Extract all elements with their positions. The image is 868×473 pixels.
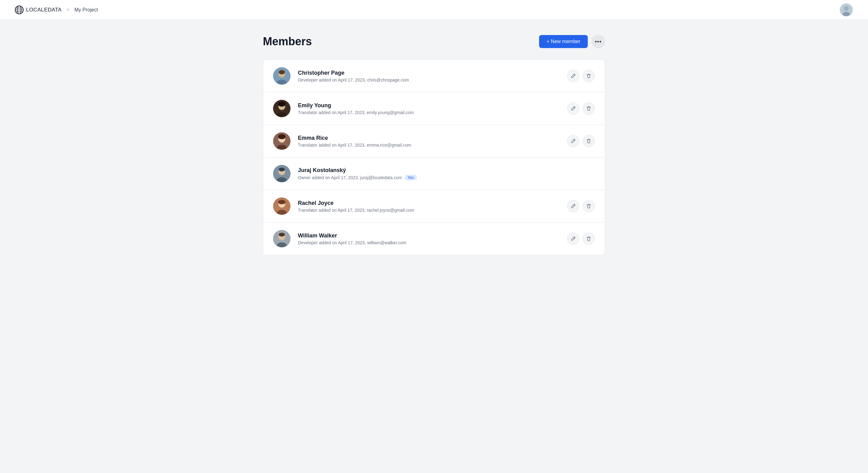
svg-point-13 [279,70,285,74]
header-left: LOCALEDATA > My Project [15,6,98,14]
member-meta-text: Owner added on April 17, 2023, juraj@loc… [298,175,402,180]
member-row: Emma Rice Translator added on April 17, … [263,125,605,157]
member-actions [567,70,595,82]
more-options-button[interactable]: ••• [591,35,605,49]
delete-member-button[interactable] [583,102,595,115]
member-name: Juraj Kostolanský [298,167,567,174]
edit-icon [570,73,576,79]
svg-point-7 [843,12,850,17]
trash-icon [586,73,591,79]
delete-member-button[interactable] [583,135,595,147]
edit-icon [570,236,576,242]
member-actions [567,102,595,115]
member-meta: Developer added on April 17, 2023, chris… [298,77,567,83]
breadcrumb-project[interactable]: My Project [74,7,98,13]
svg-point-8 [844,6,848,10]
member-meta: Translator added on April 17, 2023, emma… [298,143,567,148]
member-meta-text: Developer added on April 17, 2023, chris… [298,77,409,83]
trash-icon [586,236,591,242]
member-info: William Walker Developer added on April … [298,232,567,245]
member-meta: Developer added on April 17, 2023, willi… [298,240,567,245]
edit-member-button[interactable] [567,232,579,245]
trash-icon [586,106,591,111]
member-meta: Translator added on April 17, 2023, emil… [298,110,567,115]
trash-icon [586,138,591,144]
delete-member-button[interactable] [583,232,595,245]
svg-point-28 [279,168,285,171]
member-row: Juraj Kostolanský Owner added on April 1… [263,157,605,190]
member-name: Christopher Page [298,70,567,76]
member-name: Emily Young [298,102,567,109]
breadcrumb-separator: > [67,7,69,13]
member-info: Emily Young Translator added on April 17… [298,102,567,115]
member-row: Christopher Page Developer added on Apri… [263,60,605,92]
you-badge: You [405,175,417,180]
delete-member-button[interactable] [583,200,595,212]
member-meta-text: Translator added on April 17, 2023, rach… [298,208,414,213]
page-header: Members + New member ••• [263,35,605,49]
svg-point-23 [278,134,285,139]
member-meta-text: Translator added on April 17, 2023, emil… [298,110,414,115]
trash-icon [586,203,591,209]
main-content: Members + New member ••• Christopher Pag… [248,20,620,270]
user-avatar[interactable] [839,3,853,17]
edit-icon [570,203,576,209]
member-avatar [273,197,290,215]
member-info: Rachel Joyce Translator added on April 1… [298,200,567,213]
logo-text: LOCALEDATA [26,7,62,13]
page-title: Members [263,35,312,48]
member-info: Emma Rice Translator added on April 17, … [298,135,567,148]
edit-member-button[interactable] [567,102,579,115]
svg-point-18 [278,102,285,106]
logo-area: LOCALEDATA [15,6,62,14]
edit-member-button[interactable] [567,200,579,212]
edit-icon [570,106,576,111]
member-avatar [273,132,290,150]
members-list: Christopher Page Developer added on Apri… [263,60,605,255]
svg-point-33 [278,200,285,204]
member-meta-text: Developer added on April 17, 2023, willi… [298,240,406,245]
member-meta: Translator added on April 17, 2023, rach… [298,208,567,213]
member-name: Emma Rice [298,135,567,141]
member-row: Emily Young Translator added on April 17… [263,92,605,125]
delete-member-button[interactable] [583,70,595,82]
header: LOCALEDATA > My Project [0,0,868,20]
member-info: Christopher Page Developer added on Apri… [298,70,567,83]
edit-icon [570,138,576,144]
member-meta-text: Translator added on April 17, 2023, emma… [298,143,411,148]
edit-member-button[interactable] [567,70,579,82]
member-name: Rachel Joyce [298,200,567,207]
member-actions [567,232,595,245]
member-avatar [273,230,290,247]
svg-point-38 [279,233,285,236]
member-avatar [273,165,290,182]
edit-member-button[interactable] [567,135,579,147]
member-actions [567,135,595,147]
member-avatar [273,100,290,117]
member-name: William Walker [298,232,567,239]
new-member-button[interactable]: + New member [539,35,588,48]
member-row: William Walker Developer added on April … [263,223,605,255]
member-meta: Owner added on April 17, 2023, juraj@loc… [298,175,567,180]
member-avatar [273,67,290,85]
member-row: Rachel Joyce Translator added on April 1… [263,190,605,223]
header-actions: + New member ••• [539,35,605,49]
member-info: Juraj Kostolanský Owner added on April 1… [298,167,567,180]
member-actions [567,200,595,212]
globe-icon [15,6,24,14]
